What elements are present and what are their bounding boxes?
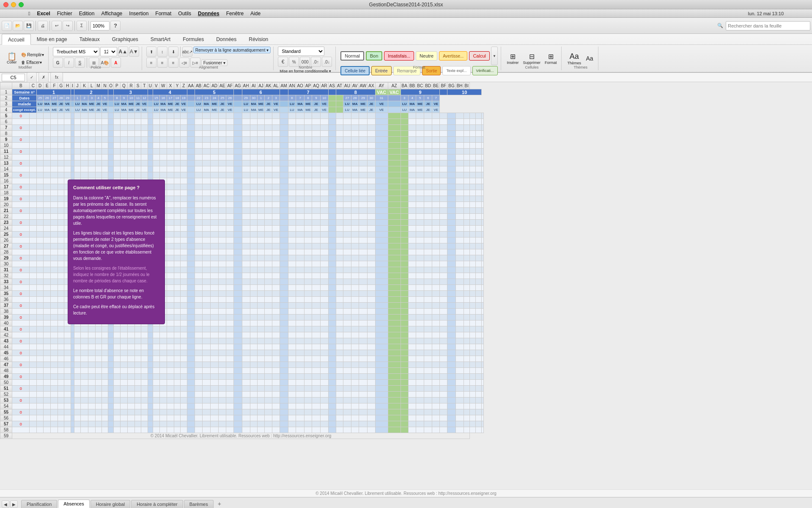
col-BG[interactable]: BG (447, 83, 455, 89)
formula-cancel-button[interactable]: ✗ (38, 72, 49, 83)
col-AW[interactable]: AW (359, 83, 368, 89)
cell-week-8[interactable]: 8 (336, 89, 375, 95)
tab-absences[interactable]: Absences (58, 500, 89, 508)
col-G[interactable]: G (58, 83, 64, 89)
col-Z[interactable]: Z (180, 83, 187, 89)
col-J[interactable]: J (74, 83, 81, 89)
tab-horaire-global[interactable]: Horaire global (91, 500, 130, 508)
student-name-cell[interactable] (12, 190, 30, 196)
print-button[interactable]: 🖨 (38, 21, 48, 31)
student-name-cell[interactable] (12, 166, 30, 172)
col-S[interactable]: S (135, 83, 141, 89)
student-name-cell[interactable] (12, 332, 30, 338)
zoom-input[interactable]: 100% (91, 21, 110, 30)
student-name-cell[interactable] (12, 273, 30, 279)
col-U[interactable]: U (148, 83, 153, 89)
menu-insertion[interactable]: Insertion (126, 10, 151, 17)
col-F[interactable]: F (51, 83, 58, 89)
student-name-cell[interactable]: 0 (12, 125, 30, 131)
cell-week-4[interactable]: 4 (153, 89, 187, 95)
col-N[interactable]: N (102, 83, 108, 89)
student-name-cell[interactable] (12, 131, 30, 137)
student-name-cell[interactable] (12, 297, 30, 303)
student-name-cell[interactable]: 0 (12, 291, 30, 297)
student-name-cell[interactable] (12, 202, 30, 208)
col-BF[interactable]: BF (440, 83, 447, 89)
tab-accueil[interactable]: Accueil (2, 34, 31, 45)
tab-planification[interactable]: Planification (21, 500, 57, 508)
student-name-cell[interactable] (12, 356, 30, 362)
col-AI[interactable]: AI (250, 83, 257, 89)
col-AL[interactable]: AL (272, 83, 280, 89)
menu-apple[interactable]:  (25, 10, 33, 17)
align-top-button[interactable]: ⬆ (146, 47, 156, 57)
student-name-cell[interactable]: 0 (12, 409, 30, 415)
student-name-cell[interactable]: 0 (12, 160, 30, 166)
style-avertiss-button[interactable]: Avertisse... (439, 51, 467, 61)
col-BA[interactable]: BA (401, 83, 408, 89)
student-name-cell[interactable]: 0 (12, 350, 30, 356)
col-AH[interactable]: AH (242, 83, 250, 89)
student-name-cell[interactable]: 0 (12, 220, 30, 226)
font-increase-button[interactable]: A▲ (118, 47, 128, 57)
font-decrease-button[interactable]: A▼ (129, 47, 139, 57)
student-name-cell[interactable] (12, 237, 30, 243)
tab-mise-en-page[interactable]: Mise en page (31, 34, 74, 44)
number-format-select[interactable]: Standard (278, 47, 324, 56)
cell-week-7[interactable]: 7 (288, 89, 328, 95)
col-E[interactable]: E (44, 83, 51, 89)
student-name-cell[interactable]: 0 (12, 184, 30, 190)
student-name-cell[interactable]: 0 (12, 362, 30, 368)
col-W[interactable]: W (159, 83, 167, 89)
col-K[interactable]: K (81, 83, 88, 89)
col-R[interactable]: R (128, 83, 135, 89)
col-BB[interactable]: BB (408, 83, 416, 89)
col-BE[interactable]: BE (432, 83, 440, 89)
student-name-cell[interactable] (12, 261, 30, 267)
col-B[interactable]: B (12, 83, 30, 89)
sum-button[interactable]: Σ (77, 21, 87, 31)
student-name-cell[interactable] (12, 285, 30, 291)
col-H[interactable]: H (64, 83, 71, 89)
cell-vac-2[interactable]: VAC (388, 89, 401, 95)
cell-week-5[interactable]: 5 (195, 89, 233, 95)
col-AB[interactable]: AB (195, 83, 202, 89)
wrap-text-button[interactable]: Renvoyer à la ligne automatiquement ▾ (193, 47, 271, 53)
cell-week-3[interactable]: 3 (114, 89, 148, 95)
student-name-cell[interactable] (12, 344, 30, 350)
menu-fenetre[interactable]: Fenêtre (223, 10, 247, 17)
col-AJ[interactable]: AJ (257, 83, 264, 89)
cell-conge-label[interactable]: congé except. (12, 107, 37, 113)
tab-add-button[interactable]: + (214, 500, 225, 508)
tab-formules[interactable]: Formules (177, 34, 210, 44)
col-V[interactable]: V (153, 83, 159, 89)
tab-smartart[interactable]: SmartArt (145, 34, 177, 44)
tab-scroll-right[interactable]: ▶ (10, 500, 18, 508)
col-T[interactable]: T (141, 83, 148, 89)
cell-malade-label[interactable]: malade (12, 101, 37, 107)
student-name-cell[interactable]: 0 (12, 315, 30, 320)
student-name-cell[interactable]: 0 (12, 421, 30, 427)
cell-week-9[interactable]: 9 (401, 89, 440, 95)
col-AO[interactable]: AO (296, 83, 304, 89)
remplir-button[interactable]: 🎨 Remplir▾ (19, 51, 46, 58)
col-I[interactable]: I (71, 83, 74, 89)
menu-outils[interactable]: Outils (175, 10, 194, 17)
style-bon-button[interactable]: Bon (366, 51, 383, 61)
formula-check-button[interactable]: ✓ (27, 72, 37, 83)
col-BD[interactable]: BD (424, 83, 432, 89)
student-name-cell[interactable] (12, 143, 30, 149)
search-input[interactable] (726, 21, 810, 30)
tab-horaire-completer[interactable]: Horaire à compléter (131, 500, 183, 508)
col-X[interactable]: X (167, 83, 174, 89)
align-mid-button[interactable]: ↕ (157, 47, 167, 57)
cell-week-1[interactable]: 1 (37, 89, 71, 95)
mac-window-controls[interactable] (3, 2, 24, 7)
menu-aide[interactable]: Aide (247, 10, 263, 17)
col-AE[interactable]: AE (219, 83, 226, 89)
tab-revision[interactable]: Révision (243, 34, 274, 44)
menu-donnees[interactable]: Données (195, 10, 222, 17)
col-AF[interactable]: AF (226, 83, 234, 89)
student-name-cell[interactable] (12, 155, 30, 160)
expand-styles-button[interactable]: ▼ (491, 47, 498, 65)
